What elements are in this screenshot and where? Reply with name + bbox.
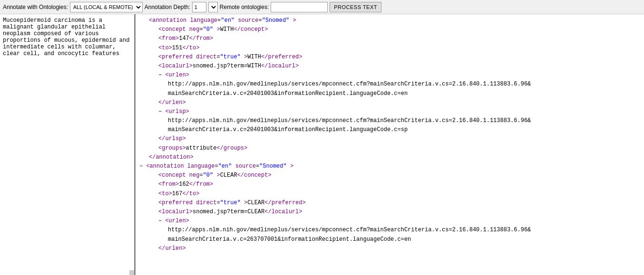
annotate-label: Annotate with Ontologies: <box>3 4 68 10</box>
annotate-select[interactable]: ALL (LOCAL & REMOTE) <box>70 2 143 12</box>
remote-label: Remote ontologies: <box>220 4 269 10</box>
xml-line: <from>147</from> <box>139 34 640 43</box>
xml-line: − <urlen> <box>139 217 640 226</box>
xml-line: <preferred direct="true" >WITH</preferre… <box>139 53 640 62</box>
xml-line: <preferred direct="true" >CLEAR</preferr… <box>139 199 640 208</box>
depth-input[interactable] <box>192 2 206 12</box>
xml-line: </urlen> <box>139 98 640 107</box>
xml-line: http://apps.nlm.nih.gov/medlineplus/serv… <box>139 80 640 89</box>
process-text-button[interactable]: PROCESS TEXT <box>330 2 381 12</box>
xml-line: mainSearchCriteria.v.c=263707001&informa… <box>139 235 640 244</box>
xml-line: </urlen> <box>139 244 640 253</box>
xml-line: </urlsp> <box>139 134 640 143</box>
xml-line: http://apps.nlm.nih.gov/medlineplus/serv… <box>139 116 640 125</box>
text-panel: Mucoepidermoid carcinoma is a malignant … <box>0 14 136 275</box>
xml-line: <groups>attribute</groups> <box>139 144 640 153</box>
xml-line: http://apps.nlm.nih.gov/medlineplus/serv… <box>139 226 640 235</box>
xml-line: </annotation> <box>139 153 640 162</box>
xml-line: mainSearchCriteria.v.c=20401003&informat… <box>139 89 640 98</box>
xml-line: <from>162</from> <box>139 180 640 189</box>
xml-line: <to>151</to> <box>139 44 640 53</box>
xml-line: − <urlen> <box>139 71 640 80</box>
xml-line: <concept neg="0" >CLEAR</concept> <box>139 171 640 180</box>
main-content: Mucoepidermoid carcinoma is a malignant … <box>0 14 644 275</box>
xml-line: − <urlsp> <box>139 107 640 116</box>
source-text: Mucoepidermoid carcinoma is a malignant … <box>3 17 129 57</box>
xml-line: mainSearchCriteria.v.c=20401003&informat… <box>139 125 640 134</box>
toolbar: Annotate with Ontologies: ALL (LOCAL & R… <box>0 0 644 14</box>
remote-input[interactable] <box>271 2 328 12</box>
xml-line: − <annotation language="en" source="Snom… <box>139 162 640 171</box>
xml-line: <localurl>snomed.jsp?term=CLEAR</localur… <box>139 208 640 217</box>
xml-line: <to>167</to> <box>139 190 640 199</box>
xml-line: <localurl>snomed.jsp?term=WITH</localurl… <box>139 62 640 71</box>
depth-select[interactable]: 1 <box>208 2 218 12</box>
depth-label: Annotation Depth: <box>145 4 190 10</box>
xml-panel[interactable]: <annotation language="en" source="Snomed… <box>136 14 644 275</box>
xml-line: <annotation language="en" source="Snomed… <box>139 16 640 25</box>
xml-line: <concept neg="0" >WITH</concept> <box>139 25 640 34</box>
resize-handle[interactable] <box>129 270 134 275</box>
